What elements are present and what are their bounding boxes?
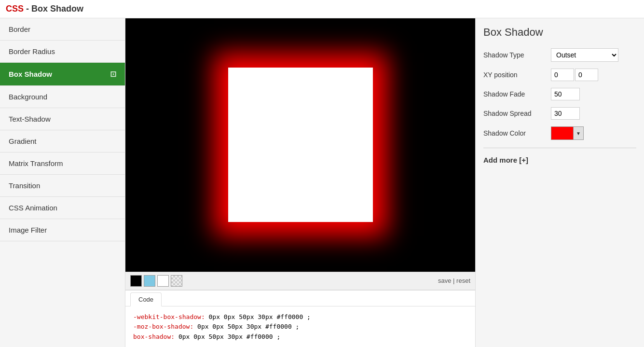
shadow-type-label: Shadow Type (483, 51, 551, 59)
panel-title: Box Shadow (483, 26, 636, 39)
color-swatch[interactable] (551, 126, 573, 140)
swatch-black[interactable] (130, 275, 142, 287)
shadow-fade-label: Shadow Fade (483, 90, 551, 98)
code-line-webkit: -webkit-box-shadow: 0px 0px 50px 30px #f… (133, 312, 467, 322)
chevron-down-icon: ▼ (576, 131, 581, 136)
sidebar: Border Border Radius Box Shadow ⊡ Backgr… (0, 18, 125, 347)
shadow-spread-row: Shadow Spread (483, 107, 636, 120)
sidebar-item-css-animation[interactable]: CSS Animation (0, 197, 125, 219)
center-area: save | reset Code -webkit-box-shadow: 0p… (125, 18, 475, 347)
shadow-type-row: Shadow Type Outset Inset (483, 48, 636, 62)
shadow-fade-input[interactable] (551, 88, 580, 100)
preview-container (125, 18, 475, 272)
reset-link[interactable]: reset (456, 277, 470, 284)
page-title: CSS - Box Shadow (0, 0, 644, 18)
code-moz-prop: -moz-box-shadow: (133, 323, 193, 330)
sidebar-item-matrix-transform[interactable]: Matrix Transform (0, 153, 125, 175)
code-webkit-prop: -webkit-box-shadow: (133, 313, 205, 320)
color-dropdown-button[interactable]: ▼ (573, 126, 584, 140)
sidebar-item-transition[interactable]: Transition (0, 175, 125, 197)
shadow-spread-label: Shadow Spread (483, 110, 551, 117)
divider (483, 148, 636, 148)
code-content: -webkit-box-shadow: 0px 0px 50px 30px #f… (125, 306, 475, 347)
sidebar-item-border[interactable]: Border (0, 18, 125, 41)
swatch-checker[interactable] (171, 275, 182, 287)
code-webkit-value: 0px 0px 50px 30px #ff0000 ; (209, 313, 311, 320)
sidebar-item-border-radius[interactable]: Border Radius (0, 41, 125, 63)
code-moz-value: 0px 0px 50px 30px #ff0000 ; (197, 323, 299, 330)
sidebar-item-gradient[interactable]: Gradient (0, 130, 125, 153)
sidebar-item-text-shadow[interactable]: Text-Shadow (0, 108, 125, 130)
code-tabs: Code (125, 291, 475, 306)
code-standard-prop: box-shadow: (133, 333, 175, 340)
demo-box (228, 68, 373, 222)
xy-position-label: XY position (483, 71, 551, 79)
sidebar-item-box-shadow-label: Box Shadow (9, 70, 52, 78)
shadow-spread-input[interactable] (551, 107, 580, 120)
xy-x-input[interactable] (551, 69, 574, 81)
tab-code[interactable]: Code (130, 292, 162, 306)
shadow-type-select[interactable]: Outset Inset (551, 48, 618, 62)
title-css: CSS (6, 4, 24, 14)
sidebar-item-background[interactable]: Background (0, 86, 125, 108)
code-line-moz: -moz-box-shadow: 0px 0px 50px 30px #ff00… (133, 322, 467, 332)
shadow-fade-row: Shadow Fade (483, 88, 636, 100)
shadow-color-row: Shadow Color ▼ (483, 126, 636, 140)
copy-icon[interactable]: ⊡ (110, 69, 116, 79)
swatch-white[interactable] (157, 275, 169, 287)
swatch-cyan[interactable] (144, 275, 155, 287)
save-reset-separator: | (451, 277, 456, 284)
xy-position-row: XY position (483, 69, 636, 81)
shadow-color-label: Shadow Color (483, 129, 551, 137)
save-link[interactable]: save (438, 277, 451, 284)
add-more-button[interactable]: Add more [+] (483, 156, 636, 164)
save-reset: save | reset (438, 277, 470, 284)
bg-swatches (130, 275, 182, 287)
code-standard-value: 0px 0px 50px 30px #ff0000 ; (178, 333, 280, 340)
preview-toolbar: save | reset (125, 272, 475, 290)
color-picker-group: ▼ (551, 126, 584, 140)
right-panel: Box Shadow Shadow Type Outset Inset XY p… (475, 18, 644, 347)
code-line-standard: box-shadow: 0px 0px 50px 30px #ff0000 ; (133, 332, 467, 342)
title-separator: - (24, 4, 31, 14)
title-page: Box Shadow (31, 4, 83, 14)
xy-inputs (551, 69, 598, 81)
xy-y-input[interactable] (575, 69, 598, 81)
sidebar-item-box-shadow[interactable]: Box Shadow ⊡ (0, 63, 125, 86)
sidebar-item-image-filter[interactable]: Image Filter (0, 219, 125, 241)
code-area: Code -webkit-box-shadow: 0px 0px 50px 30… (125, 290, 475, 347)
